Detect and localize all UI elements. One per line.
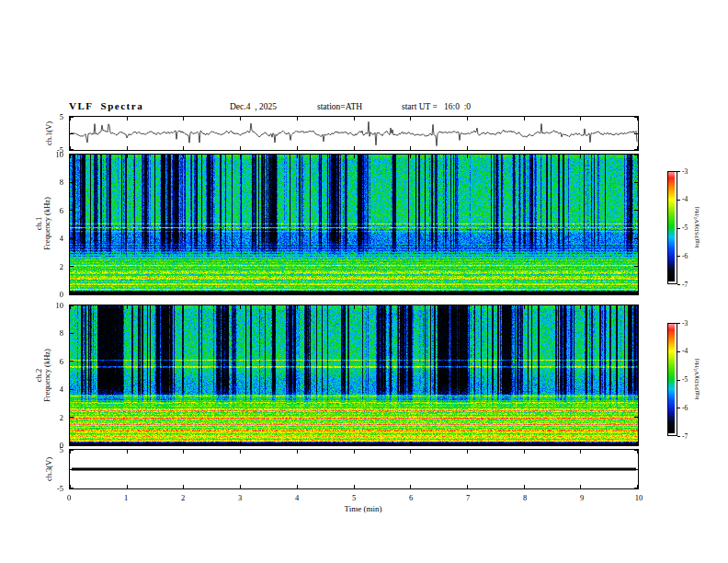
x-tick-label: 7 bbox=[459, 493, 477, 502]
y-tick-label: 6 bbox=[45, 206, 63, 215]
axis-tick bbox=[183, 305, 184, 309]
colorbar-tick bbox=[677, 284, 680, 285]
ch1-waveform-panel bbox=[69, 116, 639, 151]
axis-tick bbox=[297, 291, 298, 294]
axis-tick bbox=[70, 488, 74, 488]
axis-tick bbox=[524, 485, 525, 488]
axis-tick bbox=[70, 469, 74, 470]
colorbar-tick-label: -3 bbox=[682, 167, 688, 176]
axis-tick bbox=[240, 450, 241, 454]
colorbar-tick-label: -4 bbox=[682, 195, 688, 203]
axis-tick bbox=[240, 485, 241, 488]
axis-tick bbox=[580, 450, 581, 454]
axis-tick bbox=[354, 291, 355, 294]
colorbar-tick bbox=[677, 408, 680, 408]
axis-tick bbox=[634, 469, 638, 470]
ch2-frequency-axis-label-line2: Frequency (kHz) bbox=[43, 325, 51, 426]
axis-tick bbox=[634, 155, 638, 155]
ch3-waveform-panel bbox=[69, 449, 639, 489]
axis-tick bbox=[524, 442, 525, 445]
colorbar-ch2 bbox=[667, 323, 677, 436]
axis-tick bbox=[634, 488, 638, 488]
x-axis-label: Time (min) bbox=[345, 504, 382, 513]
x-tick-label: 5 bbox=[345, 493, 363, 502]
x-tick-label: 2 bbox=[174, 493, 192, 502]
axis-tick bbox=[634, 361, 638, 362]
axis-tick bbox=[70, 133, 74, 134]
axis-tick bbox=[354, 450, 355, 454]
ch2-spectrogram-panel bbox=[69, 304, 639, 446]
axis-tick bbox=[467, 450, 468, 454]
colorbar-tick-label: -6 bbox=[682, 252, 688, 260]
x-tick-label: 6 bbox=[402, 493, 420, 502]
y-tick-label: 10 bbox=[45, 150, 63, 159]
y-tick-label: -5 bbox=[45, 484, 63, 493]
colorbar-tick-label: -4 bbox=[682, 347, 688, 355]
y-tick-label: 8 bbox=[45, 328, 63, 338]
ch1-spectrogram-panel bbox=[69, 154, 639, 295]
axis-tick bbox=[410, 485, 411, 488]
colorbar-ch1-canvas bbox=[668, 172, 675, 282]
axis-tick bbox=[634, 444, 638, 445]
y-tick-label: 0 bbox=[45, 290, 63, 299]
axis-tick bbox=[297, 305, 298, 309]
ch1-frequency-axis-label-line2: Frequency (kHz) bbox=[43, 173, 51, 274]
axis-tick bbox=[410, 291, 411, 294]
axis-tick bbox=[297, 117, 298, 121]
axis-tick bbox=[127, 155, 128, 158]
colorbar-tick-label: -5 bbox=[682, 224, 688, 232]
axis-tick bbox=[70, 238, 74, 239]
axis-tick bbox=[127, 442, 128, 445]
axis-tick bbox=[240, 117, 241, 121]
axis-tick bbox=[410, 442, 411, 445]
axis-tick bbox=[410, 305, 411, 309]
y-tick-label: 8 bbox=[45, 178, 63, 187]
axis-tick bbox=[240, 305, 241, 309]
axis-tick bbox=[524, 291, 525, 294]
axis-tick bbox=[467, 291, 468, 294]
axis-tick bbox=[524, 146, 525, 150]
axis-tick bbox=[410, 155, 411, 158]
colorbar-tick-label: -6 bbox=[682, 404, 688, 412]
axis-tick bbox=[240, 146, 241, 150]
axis-tick bbox=[580, 305, 581, 309]
axis-tick bbox=[297, 485, 298, 488]
y-tick-label: 6 bbox=[45, 357, 63, 366]
axis-tick bbox=[183, 146, 184, 150]
axis-tick bbox=[467, 146, 468, 150]
axis-tick bbox=[70, 182, 74, 183]
ch3-waveform-canvas bbox=[70, 450, 638, 488]
ch1-waveform-canvas bbox=[70, 117, 638, 150]
y-tick-label: 2 bbox=[45, 262, 63, 271]
x-tick-label: 10 bbox=[630, 493, 648, 502]
colorbar-tick bbox=[677, 256, 680, 257]
ch2-spectrogram-canvas bbox=[70, 305, 638, 445]
date-label: Dec.4 , 2025 bbox=[230, 102, 277, 111]
axis-tick bbox=[634, 305, 638, 306]
axis-tick bbox=[70, 450, 74, 451]
axis-tick bbox=[70, 444, 74, 445]
axis-tick bbox=[240, 155, 241, 158]
axis-tick bbox=[467, 485, 468, 488]
ch1-voltage-axis-label: ch.1(V) bbox=[44, 97, 53, 170]
axis-tick bbox=[297, 155, 298, 158]
axis-tick bbox=[634, 450, 638, 451]
axis-tick bbox=[580, 146, 581, 150]
ch1-frequency-axis-label: ch.1 Frequency (kHz) bbox=[35, 173, 51, 274]
axis-tick bbox=[467, 305, 468, 309]
axis-tick bbox=[70, 333, 74, 334]
axis-tick bbox=[183, 485, 184, 488]
axis-tick bbox=[127, 117, 128, 121]
axis-tick bbox=[70, 266, 74, 267]
axis-tick bbox=[634, 149, 638, 150]
axis-tick bbox=[467, 117, 468, 121]
colorbar-ch1 bbox=[667, 171, 677, 284]
x-tick-label: 0 bbox=[60, 493, 78, 502]
y-tick-label: 5 bbox=[45, 112, 63, 121]
axis-tick bbox=[467, 155, 468, 158]
axis-tick bbox=[634, 238, 638, 239]
axis-tick bbox=[127, 291, 128, 294]
axis-tick bbox=[70, 305, 74, 306]
figure-title: VLF Spectra bbox=[69, 100, 143, 111]
start-ut-label: start UT = 16:0 :0 bbox=[402, 102, 471, 111]
